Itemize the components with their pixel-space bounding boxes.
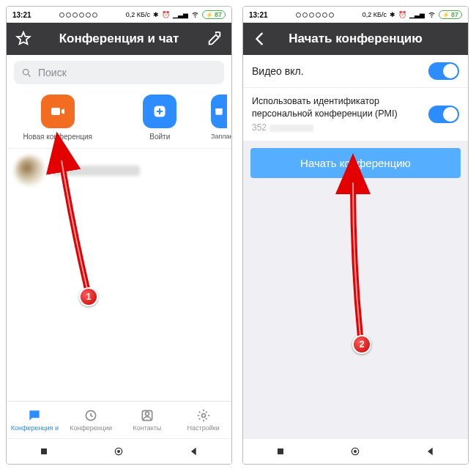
nav-home[interactable] xyxy=(349,446,361,457)
bluetooth-icon: ✱ xyxy=(153,11,159,18)
clock: 13:21 xyxy=(12,11,31,19)
schedule-action[interactable]: Заплан xyxy=(211,95,231,141)
setting-video-label: Видео вкл. xyxy=(252,64,428,78)
schedule-label: Заплан xyxy=(211,133,231,140)
plus-icon xyxy=(152,104,167,119)
pmi-redacted xyxy=(269,125,313,132)
svg-point-0 xyxy=(23,69,29,75)
contact-row[interactable] xyxy=(7,148,231,193)
new-meeting-button[interactable] xyxy=(41,95,75,128)
status-indicator-dots xyxy=(296,12,334,18)
content-area xyxy=(7,193,231,401)
settings-panel: Видео вкл. Использовать идентификатор пе… xyxy=(243,55,468,438)
chevron-left-icon xyxy=(252,31,268,47)
search-container: Поиск xyxy=(7,55,231,90)
data-rate: 0,2 КБ/с xyxy=(362,11,387,18)
data-rate: 0,2 КБ/с xyxy=(126,11,150,18)
nav-recent[interactable] xyxy=(38,446,50,457)
new-meeting-label: Новая конференция xyxy=(23,133,92,141)
compose-button[interactable] xyxy=(205,31,224,47)
join-action[interactable]: Войти xyxy=(109,95,212,141)
compose-icon xyxy=(207,31,223,47)
tab-meetings[interactable]: Конференции xyxy=(63,402,119,438)
alarm-icon: ⏰ xyxy=(162,11,170,18)
android-navbar xyxy=(7,438,231,464)
clock-icon xyxy=(83,408,98,423)
bottom-nav: Конференция и Конференции Контакты Настр… xyxy=(7,401,231,438)
tab-settings[interactable]: Настройки xyxy=(175,402,231,438)
new-meeting-action[interactable]: Новая конференция xyxy=(7,95,109,141)
status-right: 0,2 КБ/с ✱ ⏰ ▁▃▅ 87 xyxy=(126,10,226,20)
chat-icon xyxy=(27,408,42,423)
search-placeholder: Поиск xyxy=(38,67,67,78)
gear-icon xyxy=(196,408,211,423)
signal-icon: ▁▃▅ xyxy=(409,11,425,18)
step-badge-2: 2 xyxy=(352,335,371,354)
nav-back[interactable] xyxy=(188,446,200,457)
svg-point-12 xyxy=(117,450,120,453)
nav-home[interactable] xyxy=(113,446,124,457)
battery-indicator: 87 xyxy=(202,10,226,19)
status-bar: 13:21 0,2 КБ/с ✱ ⏰ ▁▃▅ 87 xyxy=(7,7,231,23)
svg-point-7 xyxy=(145,412,149,416)
avatar xyxy=(15,156,45,185)
android-navbar xyxy=(243,438,468,464)
setting-use-pmi: Использовать идентификатор персональной … xyxy=(243,88,468,141)
calendar-icon xyxy=(214,105,224,118)
pmi-value: 352 xyxy=(252,122,428,133)
phone-screen-1: 13:21 0,2 КБ/с ✱ ⏰ ▁▃▅ 87 Конференция и … xyxy=(6,6,232,465)
svg-rect-5 xyxy=(215,108,222,110)
wifi-icon xyxy=(191,10,199,20)
svg-rect-13 xyxy=(278,448,283,454)
nav-back[interactable] xyxy=(425,446,436,457)
clock: 13:21 xyxy=(249,11,268,19)
phone-screen-2: 13:21 0,2 КБ/с ✱ ⏰ ▁▃▅ 87 Начать конфере… xyxy=(242,6,469,465)
start-meeting-button[interactable]: Начать конференцию xyxy=(250,148,461,178)
status-bar: 13:21 0,2 КБ/с ✱ ⏰ ▁▃▅ 87 xyxy=(243,7,468,23)
star-icon xyxy=(15,31,31,47)
svg-rect-10 xyxy=(41,448,47,454)
app-header: Начать конференцию xyxy=(243,23,468,55)
battery-indicator: 87 xyxy=(439,10,462,19)
signal-icon: ▁▃▅ xyxy=(173,11,188,18)
svg-point-15 xyxy=(354,450,357,453)
schedule-button[interactable] xyxy=(211,95,227,128)
contacts-icon xyxy=(140,408,155,423)
page-title: Конференция и чат xyxy=(40,32,198,46)
status-right: 0,2 КБ/с ✱ ⏰ ▁▃▅ 87 xyxy=(362,10,462,20)
page-title: Начать конференцию xyxy=(277,32,434,46)
quick-actions: Новая конференция Войти Заплан xyxy=(7,90,231,148)
svg-point-9 xyxy=(201,414,205,418)
wifi-icon xyxy=(428,10,436,20)
join-button[interactable] xyxy=(143,95,176,128)
back-button[interactable] xyxy=(250,31,269,47)
bluetooth-icon: ✱ xyxy=(390,11,395,18)
join-label: Войти xyxy=(149,133,170,141)
setting-video-on: Видео вкл. xyxy=(243,55,468,88)
step-badge-1: 1 xyxy=(79,287,98,306)
setting-pmi-text: Использовать идентификатор персональной … xyxy=(252,95,428,133)
svg-rect-2 xyxy=(51,108,60,115)
contact-name-redacted xyxy=(52,166,140,176)
search-input[interactable]: Поиск xyxy=(14,61,224,84)
nav-recent[interactable] xyxy=(275,446,286,457)
video-icon xyxy=(49,103,67,120)
svg-line-1 xyxy=(28,74,30,76)
setting-pmi-label: Использовать идентификатор персональной … xyxy=(252,95,428,120)
toggle-pmi[interactable] xyxy=(428,106,459,123)
favorites-button[interactable] xyxy=(14,31,33,47)
tab-contacts[interactable]: Контакты xyxy=(119,402,176,438)
tab-chat[interactable]: Конференция и xyxy=(7,402,63,438)
search-icon xyxy=(21,67,32,78)
alarm-icon: ⏰ xyxy=(398,11,406,18)
app-header: Конференция и чат xyxy=(7,23,231,55)
status-indicator-dots xyxy=(59,12,97,18)
toggle-video[interactable] xyxy=(428,62,459,80)
